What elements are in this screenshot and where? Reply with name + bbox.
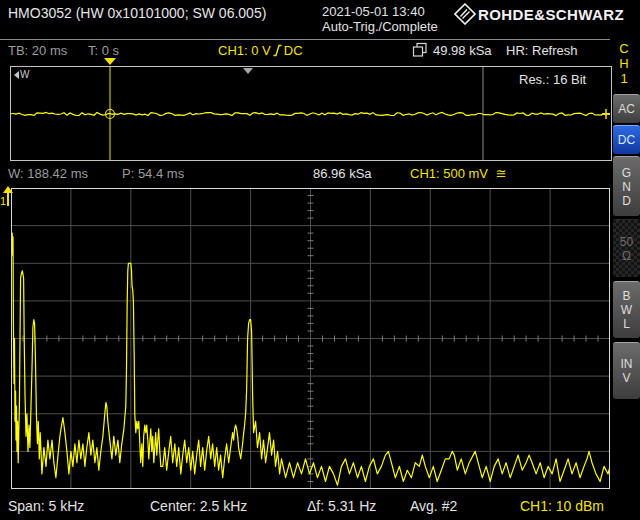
ch1-scale-text: CH1: 500 mV	[410, 166, 488, 181]
coupling-ac-button[interactable]: AC	[613, 94, 640, 123]
coupling-gnd-button[interactable]: GND	[613, 156, 640, 216]
span-value[interactable]: Span: 5 kHz	[8, 498, 84, 514]
bandwidth-limit-button[interactable]: BWL	[613, 281, 640, 338]
gnd-button-label: GND	[620, 166, 633, 208]
left-triangle-icon	[14, 71, 19, 79]
brand-text: ROHDE&SCHWARZ	[478, 6, 624, 23]
average-count: Avg. #2	[410, 498, 457, 514]
window-sample-rate: 86.96 kSa	[313, 166, 372, 181]
rs-diamond-icon	[454, 3, 476, 25]
window-label: W	[14, 69, 29, 80]
delta-f-value: Δf: 5.31 Hz	[307, 498, 376, 514]
50ohm-button-label: 50Ω	[618, 235, 635, 263]
inv-button-label: INV	[620, 357, 633, 385]
coupling-symbol: ≅	[496, 166, 507, 181]
ch1-scale-value[interactable]: CH1: 500 mV ≅	[410, 166, 507, 181]
fft-canvas	[11, 188, 610, 489]
ch1-trigger-text: CH1: 0 V	[218, 43, 271, 58]
window-label-text: W	[20, 69, 29, 80]
svg-text:1: 1	[0, 195, 6, 207]
timebase-value[interactable]: TB: 20 ms	[8, 43, 67, 58]
fft-scale-value[interactable]: CH1: 10 dBm	[520, 498, 604, 514]
trigger-coupling-text: DC	[284, 43, 303, 58]
oscilloscope-screen: HMO3052 (HW 0x10101000; SW 06.005) 2021-…	[0, 0, 640, 520]
window-position-value[interactable]: P: 54.4 ms	[122, 166, 184, 181]
zoom-window: W Res.: 16 Bit	[10, 66, 612, 161]
channel1-reference-marker[interactable]: 1	[0, 184, 14, 210]
ch1-trigger-level[interactable]: CH1: 0 V DC	[218, 43, 303, 58]
bwl-button-label: BWL	[620, 289, 633, 331]
dc-button-label: DC	[618, 133, 635, 147]
trigger-position-marker[interactable]	[104, 58, 116, 65]
fft-plot	[11, 188, 610, 489]
window-width-value[interactable]: W: 188.42 ms	[8, 166, 88, 181]
sidebar-channel-label: CH1	[617, 41, 631, 86]
coupling-50ohm-button: 50Ω	[613, 219, 640, 277]
header-divider	[0, 39, 610, 40]
zoom-region-marker[interactable]	[243, 68, 253, 74]
ac-button-label: AC	[618, 102, 635, 116]
rohde-schwarz-logo: ROHDE&SCHWARZ	[454, 3, 624, 25]
sample-rate-value: 49.98 kSa	[433, 43, 492, 58]
resolution-label: Res.: 16 Bit	[519, 72, 586, 87]
datetime: 2021-05-01 13:40	[322, 4, 425, 19]
device-title: HMO3052 (HW 0x10101000; SW 06.005)	[8, 5, 266, 21]
center-value[interactable]: Center: 2.5 kHz	[150, 498, 247, 514]
rising-edge-icon	[273, 44, 282, 57]
invert-button[interactable]: INV	[613, 342, 640, 399]
acquisition-mode[interactable]: HR: Refresh	[506, 43, 578, 58]
coupling-dc-button[interactable]: DC	[613, 125, 640, 154]
trigger-time-value[interactable]: T: 0 s	[88, 43, 119, 58]
layers-icon	[412, 42, 428, 58]
trigger-status: Auto-Trig./Complete	[322, 19, 438, 34]
